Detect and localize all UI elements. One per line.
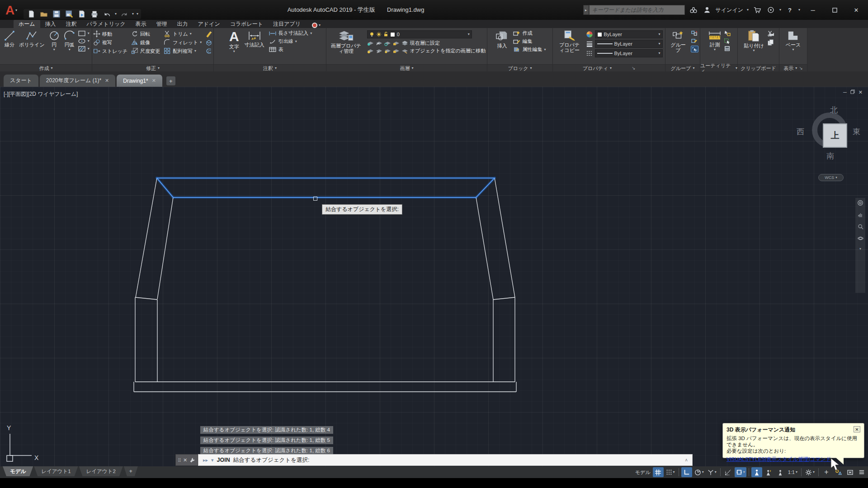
panel-label-block[interactable]: ブロック▾ [487,64,552,71]
move-to-layer-button[interactable]: オブジェクトを指定の画層に移動 [367,48,486,54]
selection-grip[interactable] [313,197,317,201]
annotation-scale-value[interactable]: 1:1▾ [787,467,799,477]
edit-block-button[interactable]: 編集 [513,38,546,44]
expand-history-icon[interactable]: ˄ [685,458,688,463]
linetype-icon[interactable] [586,50,593,56]
panel-label-utilities[interactable]: ユーティリティ▾ [700,64,737,71]
viewcube-south[interactable]: 南 [826,151,834,161]
help-dropdown[interactable]: ▾ [798,8,800,12]
save-button[interactable] [52,9,61,19]
set-current-layer-button[interactable]: 現在層に設定 [367,40,486,46]
doc-minimize-button[interactable]: ─ [843,89,847,95]
save-as-button[interactable] [64,9,74,19]
qat-customize-dropdown[interactable]: ▾ [137,12,138,16]
drag-handle-icon[interactable]: ⁞⁞ [178,458,181,463]
model-space-toggle[interactable]: モデル [634,467,652,477]
annotation-autoscale-toggle[interactable] [763,467,774,477]
hatch-tool-button[interactable]: ▾ [78,46,90,52]
text-button[interactable]: A 文字 ▾ [228,29,241,54]
dimension-button[interactable]: 寸法記入 [243,29,266,48]
panel-label-draw[interactable]: 作成▾ [0,64,92,71]
drawing-canvas[interactable]: [-][平面図][2D ワイヤフレーム] ─ ✕ 北 西 東 南 上 WCS▾ … [0,87,868,466]
tab-featured-apps[interactable]: 注目アプリ [268,20,306,28]
edit-polyline-button[interactable] [205,47,212,55]
application-menu-button[interactable]: A▾ [2,2,21,19]
nav-wheel-icon[interactable] [857,200,863,206]
viewcube-north[interactable]: 北 [830,105,838,115]
quick-calc-button[interactable] [724,46,731,52]
edit-attributes-button[interactable]: 属性編集▾ [513,47,546,52]
help-icon[interactable]: ? [785,5,795,15]
clean-screen-button[interactable] [844,467,855,477]
tab-annotate[interactable]: 注釈 [61,20,82,28]
customize-wrench-icon[interactable] [189,457,195,463]
navbar-more-icon[interactable]: ▾ [859,247,861,251]
line-button[interactable]: 線分 [2,29,17,48]
redo-button[interactable] [119,9,129,19]
snap-toggle[interactable]: ▾ [665,467,676,477]
file-tab-start[interactable]: スタート [4,75,38,87]
sign-in-dropdown[interactable]: ▾ [747,8,749,12]
lineweight-icon[interactable] [586,41,593,47]
search-collapse-button[interactable]: ▸ [583,5,589,15]
sign-in-button[interactable]: サインイン [716,6,743,14]
dialog-launcher-icon[interactable]: ↘ [799,66,802,71]
notification-close-button[interactable]: ✕ [854,426,860,432]
model-tab[interactable]: モデル [3,466,33,476]
tab-home[interactable]: ホーム [14,20,40,28]
publish-button[interactable] [77,9,87,19]
leader-button[interactable]: 引出線▾ [269,38,312,44]
id-point-button[interactable] [724,30,731,36]
maximize-button[interactable] [826,4,844,16]
layout2-tab[interactable]: レイアウト2 [79,466,123,476]
print-button[interactable] [90,9,99,19]
open-file-button[interactable] [39,9,49,19]
explode-button[interactable] [205,39,212,46]
annotation-scale-icon[interactable] [775,467,786,477]
tab-manage[interactable]: 管理 [151,20,172,28]
tab-view[interactable]: 表示 [131,20,151,28]
rectangle-tool-button[interactable]: ▾ [78,30,90,37]
command-window-grip[interactable]: ⁞⁞ ✕ [175,454,198,466]
tab-collaborate[interactable]: コラボレート [225,20,268,28]
group-button[interactable]: グループ [667,29,689,53]
panel-label-layers[interactable]: 画層▾ [326,64,487,71]
color-wheel-icon[interactable] [586,31,593,38]
visualstyles-link[interactable]: VISUALSTYLES[表示スタイル管理]コマンド [726,456,831,463]
erase-button[interactable] [205,30,212,38]
new-drawing-tab-button[interactable]: + [166,76,175,85]
doc-close-button[interactable]: ✕ [859,89,863,95]
copy-button[interactable]: 複写 [93,39,127,46]
close-icon[interactable]: ✕ [152,78,156,84]
polar-tracking-toggle[interactable]: ▾ [693,467,705,477]
panel-label-groups[interactable]: グループ▾ [665,64,700,71]
stretch-button[interactable]: ストレッチ [93,47,127,55]
lineweight-combo[interactable]: ByLayer▾ [595,40,663,48]
panel-label-properties[interactable]: プロパティ▾↘ [553,64,665,71]
grid-toggle[interactable] [653,467,664,477]
tab-output[interactable]: 出力 [172,20,193,28]
search-binoculars-icon[interactable] [689,5,698,15]
object-snap-toggle[interactable]: ▾ [735,467,746,477]
linetype-combo[interactable]: ByLayer▾ [595,49,663,57]
connected-dropdown[interactable]: ▾ [779,8,781,12]
ortho-toggle[interactable] [681,467,692,477]
tab-insert[interactable]: 挿入 [40,20,61,28]
polyline-button[interactable]: ポリライン [18,29,46,48]
layout1-tab[interactable]: レイアウト1 [34,466,78,476]
layer-properties-button[interactable]: 画層プロパティ管理 [328,29,364,54]
user-icon[interactable] [702,5,712,15]
arc-button[interactable]: 円弧 ▾ [62,29,77,52]
circle-button[interactable]: 円 ▾ [47,29,61,52]
viewport-controls[interactable]: [-][平面図][2D ワイヤフレーム] [4,90,78,98]
insert-block-button[interactable]: 挿入 [494,29,510,49]
scale-button[interactable]: 尺度変更 [131,47,160,55]
object-snap-tracking-toggle[interactable] [723,467,734,477]
array-button[interactable]: 配列複写▾ [164,47,202,55]
panel-label-view[interactable]: 表示▾↘ [779,64,807,71]
close-command-icon[interactable]: ✕ [183,458,187,463]
fillet-button[interactable]: フィレット▾ [164,39,202,46]
quick-select-button[interactable] [724,38,731,44]
workspace-gear-button[interactable]: ▾ [804,467,816,477]
undo-button[interactable] [102,9,112,19]
